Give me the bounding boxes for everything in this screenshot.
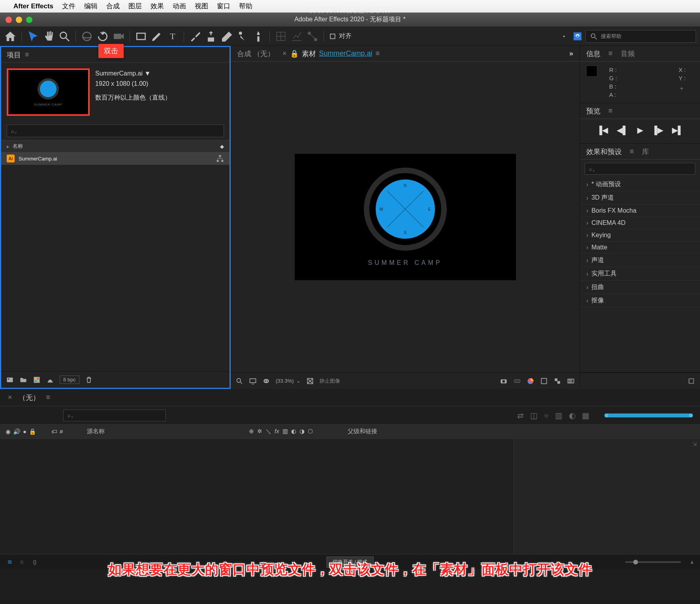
puppet-tool-icon[interactable] [252,30,265,43]
mask-icon[interactable] [262,377,270,385]
tab-timeline-none[interactable]: （无） [19,393,40,402]
lock-icon[interactable]: 🔒 [290,49,299,58]
effects-category[interactable]: 扭曲 [580,281,700,294]
play-icon[interactable]: ▶ [637,125,643,135]
settings-icon[interactable] [574,32,581,40]
zoom-dropdown[interactable]: (33.3%) ⌄ [276,378,301,384]
window-minimize-button[interactable] [16,17,22,23]
menu-window[interactable]: 窗口 [217,2,230,11]
timeline-navigator[interactable] [605,413,692,417]
frame-blend-icon[interactable]: ▥ [555,411,563,420]
tab-library[interactable]: 库 [642,147,649,157]
effects-category[interactable]: 抠像 [580,294,700,308]
menu-layer[interactable]: 图层 [128,2,142,11]
expand-all-icon[interactable]: ▸ [7,143,9,149]
composition-viewer[interactable]: N S E W SUMMER CAMP [231,62,580,372]
project-search-input[interactable]: ⌕⌄ [7,125,224,137]
new-comp-icon[interactable] [33,376,41,384]
camera-tool-icon[interactable] [112,30,125,43]
color-wheel-icon[interactable] [527,377,534,385]
first-frame-icon[interactable]: ▐◀ [597,125,608,135]
switch-icon[interactable]: ✲ [257,428,262,435]
text-tool-icon[interactable]: T [166,30,179,43]
list-item[interactable]: Ai SummerCamp.ai [1,152,230,165]
tab-preview[interactable]: 预览 [586,106,600,116]
tabs-overflow-icon[interactable]: » [569,49,573,58]
grid-icon[interactable] [540,377,548,385]
panel-menu-icon[interactable]: ≡ [376,49,380,58]
effects-category[interactable]: CINEMA 4D [580,217,700,229]
clone-stamp-icon[interactable] [205,30,217,43]
timecode-icon[interactable] [567,377,575,385]
menu-file[interactable]: 文件 [62,2,75,11]
app-name[interactable]: After Effects [13,2,53,10]
draft3d-icon[interactable]: ◫ [530,411,538,420]
interpret-footage-icon[interactable] [6,376,14,384]
link-icon[interactable] [513,377,521,385]
effects-category[interactable]: 实用工具 [580,267,700,281]
menu-composition[interactable]: 合成 [106,2,120,11]
panel-menu-icon[interactable]: ≡ [608,107,613,115]
motion-blur-icon[interactable]: ◐ [569,411,576,420]
menu-view[interactable]: 视图 [195,2,208,11]
roto-brush-icon[interactable] [236,30,249,43]
effects-category[interactable]: Keying [580,229,700,242]
timeline-search-input[interactable]: ⌕⌄ [63,410,166,421]
panel-menu-icon[interactable]: ≡ [25,51,29,59]
panel-menu-icon[interactable]: ≡ [630,147,634,156]
new-bin-icon[interactable] [687,377,695,385]
switch-icon[interactable]: ⊕ [249,428,254,435]
speaker-icon[interactable]: 🔊 [13,428,21,435]
effects-category[interactable]: 声道 [580,254,700,267]
hand-tool-icon[interactable] [42,30,55,43]
last-frame-icon[interactable]: ▶▌ [672,125,683,135]
snap-icon[interactable] [329,32,337,40]
panel-menu-icon[interactable]: ≡ [46,393,51,402]
rotate-tool-icon[interactable] [96,30,109,43]
column-type-icon[interactable]: ◆ [208,143,224,149]
comp-mini-flowchart-icon[interactable]: ⇄ [517,411,524,420]
tab-project[interactable]: 项目 [7,48,21,62]
tab-footage-filename[interactable]: SummerCamp.ai [319,49,373,58]
tab-audio[interactable]: 音频 [621,49,635,59]
adjustment-icon[interactable] [46,376,54,384]
tab-effects-presets[interactable]: 效果和预设 [586,147,622,157]
collapse-icon[interactable]: ⇲ [692,441,697,447]
effects-category[interactable]: Boris FX Mocha [580,205,700,217]
switch-icon[interactable]: ▥ [282,428,288,435]
home-icon[interactable] [4,30,17,43]
magnify-icon[interactable] [235,377,243,385]
rectangle-tool-icon[interactable] [135,30,147,43]
node-icon[interactable] [306,30,319,43]
display-icon[interactable] [249,377,257,385]
effects-category[interactable]: * 动画预设 [580,178,700,191]
source-name-header[interactable]: 源名称 [83,428,249,435]
prev-frame-icon[interactable]: ◀▌ [617,125,628,135]
menu-effect[interactable]: 效果 [151,2,164,11]
timeline-tracks-area[interactable]: ⇲ [514,439,700,554]
wand-icon[interactable] [562,32,570,40]
tag-icon[interactable]: 🏷 [51,428,57,435]
orbit-tool-icon[interactable] [81,30,93,43]
switch-icon[interactable]: ◑ [299,428,305,435]
channel-icon[interactable] [306,377,314,385]
switch-icon[interactable]: fx [275,428,279,435]
eye-icon[interactable]: ◉ [6,428,11,435]
flowchart-icon[interactable] [216,155,224,162]
panel-menu-icon[interactable]: ≡ [608,49,613,58]
graph-editor-icon[interactable]: ▦ [582,411,589,420]
next-frame-icon[interactable]: ▐▶ [652,125,663,135]
zoom-tool-icon[interactable] [58,30,71,43]
lock-icon[interactable]: 🔒 [29,428,36,435]
column-name-header[interactable]: 名称 [13,143,208,150]
switch-icon[interactable]: ⬡ [308,428,313,435]
window-maximize-button[interactable] [26,17,32,23]
search-help-input[interactable]: 搜索帮助 [585,30,696,43]
effects-search-input[interactable]: ⌕⌄ [585,163,695,175]
timeline-layers-area[interactable] [0,439,514,554]
brush-tool-icon[interactable] [189,30,201,43]
menu-help[interactable]: 帮助 [239,2,252,11]
menu-edit[interactable]: 编辑 [84,2,98,11]
eraser-tool-icon[interactable] [220,30,233,43]
close-tab-icon[interactable]: × [282,49,287,58]
